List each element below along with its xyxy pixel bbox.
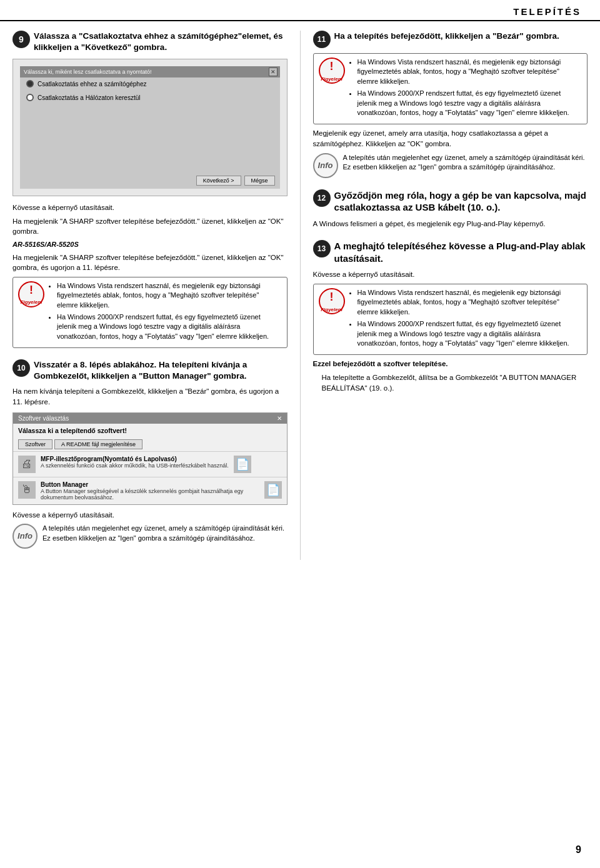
sw-tab-1[interactable]: Szoftver	[18, 439, 52, 449]
screenshot-titlebar: Válassza ki, miként lesz csatlakoztatva …	[20, 66, 280, 77]
exclamation-mark: !	[29, 282, 33, 298]
step-9-number: 9	[12, 31, 30, 48]
sw-tab-2[interactable]: A README fájl megjelenítése	[54, 439, 142, 449]
software-box-header: Válassza ki a telepítendő szoftvert!	[13, 424, 287, 437]
page-header: TELEPÍTÉS	[0, 0, 600, 21]
figyelem-item-11-2: Ha Windows 2000/XP rendszert futtat, és …	[358, 89, 582, 117]
step-12-desc: A Windows felismeri a gépet, és megjelen…	[313, 219, 588, 229]
step-11-info-text: A telepítés után megjelenhet egy üzenet,…	[343, 153, 588, 172]
info-icon-10: Info	[12, 524, 38, 549]
radio-item-1: Csatlakoztatás ehhez a számítógéphez	[26, 80, 274, 87]
radio-circle-1	[26, 80, 34, 87]
main-content: 9 Válassza a "Csatlakoztatva ehhez a szá…	[0, 21, 600, 569]
step-10-desc: Ha nem kívánja telepíteni a Gombkezelőt,…	[12, 386, 288, 407]
step-11-info: Info A telepítés után megjelenhet egy üz…	[313, 153, 588, 178]
screenshot-content: Csatlakoztatás ehhez a számítógéphez Csa…	[20, 66, 280, 189]
step-12-number: 12	[313, 189, 331, 207]
page-number: 9	[576, 844, 581, 856]
sw-item-2-text: Button Manager A Button Manager segítség…	[41, 481, 259, 501]
sw-item-2-title: Button Manager	[41, 481, 259, 488]
doc-icon-2: 📄	[264, 481, 282, 499]
step-9-sub-label: AR-5516S/AR-5520S	[12, 240, 288, 249]
step-11-header: 11 Ha a telepítés befejeződött, klikkelj…	[313, 31, 588, 48]
step-10-header: 10 Visszatér a 8. lépés ablakához. Ha te…	[12, 359, 288, 381]
step-11-desc-main: Megjelenik egy üzenet, amely arra utasít…	[313, 128, 588, 149]
software-tabs: Szoftver A README fájl megjelenítése	[13, 437, 287, 451]
step-10-block: 10 Visszatér a 8. lépés ablakához. Ha te…	[12, 359, 288, 549]
figyelem-label-9: Figyelem	[21, 299, 42, 306]
software-close-icon[interactable]: ✕	[277, 415, 282, 422]
radio-item-2: Csatlakoztatás a Hálózaton keresztül	[26, 94, 274, 101]
figyelem-item-13-2: Ha Windows 2000/XP rendszert futtat, és …	[358, 319, 582, 348]
sw-item-1-text: MFP-illesztőprogram(Nyomtató és Lapolvas…	[41, 456, 229, 469]
radio-label-2: Csatlakoztatás a Hálózaton keresztül	[38, 94, 141, 101]
radio-label-1: Csatlakoztatás ehhez a számítógéphez	[38, 81, 147, 87]
step-9-desc1: Ha megjelenik "A SHARP szoftver telepíté…	[12, 216, 288, 237]
software-titlebar: Szoftver választás ✕	[13, 413, 287, 424]
step-10-software-box: Szoftver választás ✕ Válassza ki a telep…	[12, 412, 288, 505]
step-11-block: 11 Ha a telepítés befejeződött, klikkelj…	[313, 31, 588, 178]
screenshot-buttons: Következő > Mégse	[196, 176, 275, 186]
step-9-figyelem-list: Ha Windows Vista rendszert használ, és m…	[48, 281, 282, 341]
step-13-final-bold: Ezzel befejeződött a szoftver telepítése…	[313, 359, 588, 369]
button-manager-icon: 🖱	[18, 481, 36, 499]
step-13-figyelem-text: Ha Windows Vista rendszert használ, és m…	[349, 288, 582, 351]
printer-icon: 🖨	[18, 456, 36, 473]
right-column: 11 Ha a telepítés befejeződött, klikkelj…	[313, 31, 588, 560]
column-divider	[300, 31, 301, 560]
step-11-number: 11	[313, 31, 331, 48]
sw-item-1-desc: A szkennelési funkció csak akkor működik…	[41, 462, 229, 469]
step-12-block: 12 Győződjön meg róla, hogy a gép be van…	[313, 189, 588, 229]
step-10-instruction: Kövesse a képernyő utasításait.	[12, 510, 288, 521]
step-10-info: Info A telepítés után megjelenhet egy üz…	[12, 524, 288, 549]
step-13-figyelem: ! Figyelem Ha Windows Vista rendszert ha…	[313, 284, 588, 355]
step-13-final-desc: Ha telepítette a Gombkezelőt, állítsa be…	[313, 372, 588, 393]
step-10-number: 10	[12, 359, 30, 377]
step-9-header: 9 Válassza a "Csatlakoztatva ehhez a szá…	[12, 31, 288, 52]
step-9-screenshot: Válassza ki, miként lesz csatlakoztatva …	[12, 59, 288, 196]
info-icon-11: Info	[313, 153, 338, 178]
step-9-title: Válassza a "Csatlakoztatva ehhez a számí…	[34, 31, 288, 52]
next-button[interactable]: Következő >	[196, 176, 241, 186]
figyelem-icon-9: ! Figyelem	[18, 281, 44, 307]
step-12-header: 12 Győződjön meg róla, hogy a gép be van…	[313, 189, 588, 214]
step-11-figyelem-text: Ha Windows Vista rendszert használ, és m…	[349, 57, 582, 120]
step-12-title: Győződjön meg róla, hogy a gép be van ka…	[334, 189, 588, 214]
sw-item-1-title: MFP-illesztőprogram(Nyomtató és Lapolvas…	[41, 456, 229, 462]
step-10-info-text: A telepítés után megjelenhet egy üzenet,…	[42, 524, 288, 543]
sw-item-2-desc: A Button Manager segítségével a készülék…	[41, 488, 259, 501]
step-13-title: A meghajtó telepítéséhez kövesse a Plug-…	[334, 240, 588, 264]
step-13-number: 13	[313, 240, 331, 257]
step-11-figyelem: ! Figyelem Ha Windows Vista rendszert ha…	[313, 53, 588, 124]
exclamation-mark-11: !	[330, 59, 334, 74]
figyelem-item-13-1: Ha Windows Vista rendszert használ, és m…	[358, 288, 582, 317]
step-13-instruction: Kövesse a képernyő utasításait.	[313, 269, 588, 280]
page: TELEPÍTÉS 9 Válassza a "Csatlakoztatva e…	[0, 0, 600, 868]
step-13-header: 13 A meghajtó telepítéséhez kövesse a Pl…	[313, 240, 588, 264]
figyelem-icon-11: ! Figyelem	[319, 57, 345, 84]
step-13-figyelem-list: Ha Windows Vista rendszert használ, és m…	[349, 288, 582, 348]
doc-icon-1: 📄	[234, 456, 251, 473]
step-9-block: 9 Válassza a "Csatlakoztatva ehhez a szá…	[12, 31, 288, 348]
step-11-title: Ha a telepítés befejeződött, klikkeljen …	[334, 31, 559, 42]
step-9-instruction: Kövesse a képernyő utasításait.	[12, 202, 288, 213]
left-column: 9 Válassza a "Csatlakoztatva ehhez a szá…	[12, 31, 288, 560]
software-title-text: Szoftver választás	[18, 415, 69, 422]
step-9-desc2: Ha megjelenik "A SHARP szoftver telepíté…	[12, 252, 288, 273]
figyelem-item-9-2: Ha Windows 2000/XP rendszert futtat, és …	[57, 312, 282, 341]
step-9-screenshot-inner: Válassza ki, miként lesz csatlakoztatva …	[20, 66, 280, 189]
sw-item-2: 🖱 Button Manager A Button Manager segíts…	[13, 477, 287, 504]
figyelem-label-13: Figyelem	[321, 306, 342, 313]
cancel-button[interactable]: Mégse	[244, 176, 275, 186]
figyelem-item-9-1: Ha Windows Vista rendszert használ, és m…	[57, 281, 282, 310]
close-icon[interactable]: ✕	[269, 67, 278, 76]
step-9-figyelem: ! Figyelem Ha Windows Vista rendszert ha…	[12, 277, 288, 348]
step-13-block: 13 A meghajtó telepítéséhez kövesse a Pl…	[313, 240, 588, 393]
step-11-figyelem-list: Ha Windows Vista rendszert használ, és m…	[349, 57, 582, 117]
step-9-figyelem-text: Ha Windows Vista rendszert használ, és m…	[48, 281, 282, 344]
screenshot-title-text: Válassza ki, miként lesz csatlakoztatva …	[24, 69, 152, 75]
page-title: TELEPÍTÉS	[513, 6, 581, 17]
figyelem-icon-13: ! Figyelem	[319, 288, 345, 314]
exclamation-mark-13: !	[330, 289, 334, 305]
radio-circle-2	[26, 94, 34, 101]
